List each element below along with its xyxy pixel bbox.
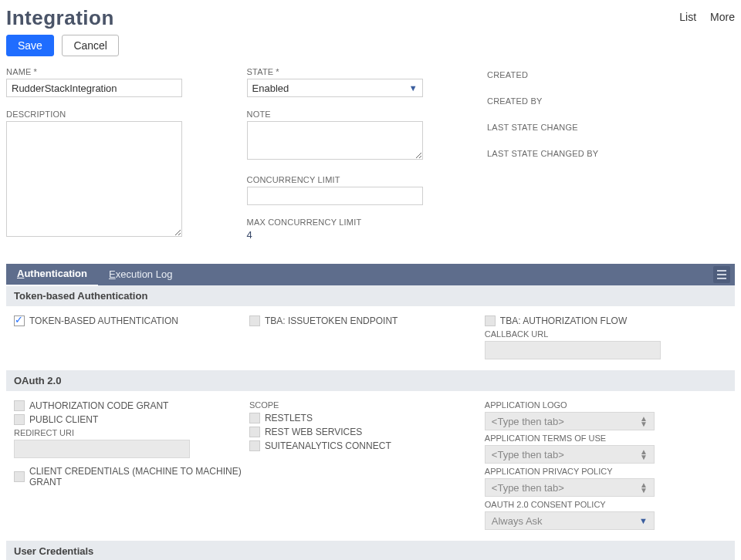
more-link[interactable]: More xyxy=(710,11,735,23)
description-label: DESCRIPTION xyxy=(6,110,228,119)
suiteanalytics-checkbox[interactable] xyxy=(249,440,260,451)
tab-authentication[interactable]: Authentication xyxy=(6,263,98,286)
app-terms-label: APPLICATION TERMS OF USE xyxy=(485,433,720,443)
tba-authflow-label: TBA: AUTHORIZATION FLOW xyxy=(500,315,627,326)
max-concurrency-label: MAX CONCURRENCY LIMIT xyxy=(247,218,469,227)
tab-execution-log[interactable]: Execution Log xyxy=(98,264,183,285)
rest-web-checkbox[interactable] xyxy=(249,427,260,437)
app-privacy-input[interactable]: <Type then tab> ▲▼ xyxy=(485,478,655,497)
callback-url-input xyxy=(485,341,661,359)
app-privacy-label: APPLICATION PRIVACY POLICY xyxy=(485,467,720,476)
consent-policy-select[interactable]: Always Ask ▼ xyxy=(485,511,655,530)
public-client-label: PUBLIC CLIENT xyxy=(29,414,98,425)
name-label: NAME* xyxy=(6,67,228,76)
rest-web-label: REST WEB SERVICES xyxy=(265,427,362,437)
note-label: NOTE xyxy=(247,110,469,119)
created-label: CREATED xyxy=(487,70,709,79)
restlets-checkbox[interactable] xyxy=(249,413,260,423)
chevron-down-icon: ▼ xyxy=(409,83,418,93)
updown-icon: ▲▼ xyxy=(640,416,648,427)
restlets-label: RESTLETS xyxy=(265,413,313,423)
name-input[interactable] xyxy=(6,79,182,97)
scope-label: SCOPE xyxy=(249,400,485,410)
last-state-change-label: LAST STATE CHANGE xyxy=(487,123,709,132)
note-textarea[interactable] xyxy=(247,121,423,160)
last-state-changed-by-label: LAST STATE CHANGED BY xyxy=(487,149,709,158)
client-credentials-label: CLIENT CREDENTIALS (MACHINE TO MACHINE) … xyxy=(29,466,249,487)
suiteanalytics-label: SUITEANALYTICS CONNECT xyxy=(265,440,391,451)
tab-bar: Authentication Execution Log xyxy=(6,264,735,285)
concurrency-limit-label: CONCURRENCY LIMIT xyxy=(247,175,469,184)
updown-icon: ▲▼ xyxy=(640,449,648,460)
page-title: Integration xyxy=(6,6,114,30)
public-client-checkbox[interactable] xyxy=(14,414,25,425)
save-button[interactable]: Save xyxy=(6,35,54,56)
redirect-uri-input xyxy=(14,440,190,458)
chevron-down-icon: ▼ xyxy=(639,516,648,525)
tba-authflow-checkbox[interactable] xyxy=(485,315,496,326)
callback-url-label: CALLBACK URL xyxy=(485,329,720,339)
header-actions: List More xyxy=(679,6,735,23)
auth-code-grant-checkbox[interactable] xyxy=(14,400,25,411)
app-terms-input[interactable]: <Type then tab> ▲▼ xyxy=(485,445,655,464)
tabbar-menu-icon[interactable] xyxy=(713,266,730,283)
token-based-auth-label: TOKEN-BASED AUTHENTICATION xyxy=(29,315,178,326)
app-logo-label: APPLICATION LOGO xyxy=(485,400,720,410)
state-select[interactable]: Enabled ▼ xyxy=(247,79,423,97)
concurrency-limit-input[interactable] xyxy=(247,187,423,205)
redirect-uri-label: REDIRECT URI xyxy=(14,428,249,437)
client-credentials-checkbox[interactable] xyxy=(14,471,25,482)
created-by-label: CREATED BY xyxy=(487,96,709,106)
cancel-button[interactable]: Cancel xyxy=(62,35,119,56)
consent-policy-label: OAUTH 2.0 CONSENT POLICY xyxy=(485,500,720,509)
tba-issuetoken-label: TBA: ISSUETOKEN ENDPOINT xyxy=(265,315,398,326)
auth-code-grant-label: AUTHORIZATION CODE GRANT xyxy=(29,400,168,411)
state-label: STATE* xyxy=(247,67,469,76)
top-button-row: Save Cancel xyxy=(6,35,735,56)
section-header-user-creds: User Credentials xyxy=(6,541,735,560)
list-link[interactable]: List xyxy=(679,11,696,23)
max-concurrency-value: 4 xyxy=(247,229,469,241)
tba-issuetoken-checkbox[interactable] xyxy=(249,315,260,326)
section-header-tba: Token-based Authentication xyxy=(6,285,735,306)
updown-icon: ▲▼ xyxy=(640,482,648,493)
description-textarea[interactable] xyxy=(6,121,182,237)
token-based-auth-checkbox[interactable] xyxy=(14,315,25,326)
section-header-oauth: OAuth 2.0 xyxy=(6,370,735,391)
app-logo-input[interactable]: <Type then tab> ▲▼ xyxy=(485,412,655,430)
